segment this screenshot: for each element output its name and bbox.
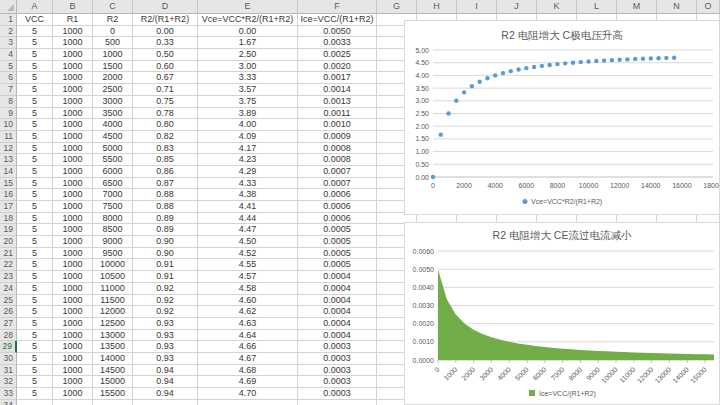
cell[interactable]: 1000 [93,49,133,61]
cell[interactable]: 1000 [53,213,93,225]
row-header-29[interactable]: 29 [0,341,17,353]
cell[interactable]: R2 [93,14,133,26]
cell[interactable]: 0.0004 [298,318,377,330]
cell[interactable]: 0.88 [133,189,198,201]
cell[interactable]: 11500 [93,295,133,307]
cell[interactable]: 12000 [93,306,133,318]
cell[interactable]: 1000 [53,295,93,307]
cell[interactable]: 4500 [93,131,133,143]
row-header-33[interactable]: 33 [0,388,17,400]
row-header-26[interactable]: 26 [0,306,17,318]
cell[interactable]: 0.88 [133,201,198,213]
cell[interactable]: Ice=VCC/(R1+R2) [298,14,377,26]
column-header-M[interactable]: M [617,0,657,14]
cell[interactable]: 3000 [93,96,133,108]
cell[interactable]: 0.60 [133,61,198,73]
cell[interactable]: 5000 [93,143,133,155]
cell[interactable]: 0.92 [133,283,198,295]
row-header-14[interactable]: 14 [0,166,17,178]
cell[interactable]: 0.0010 [298,119,377,131]
row-header-5[interactable]: 5 [0,61,17,73]
cell[interactable]: 0.67 [133,72,198,84]
cell[interactable]: 0.87 [133,178,198,190]
row-header-7[interactable]: 7 [0,84,17,96]
row-header-2[interactable]: 2 [0,26,17,38]
column-header-C[interactable]: C [93,0,133,14]
cell[interactable]: 15500 [93,388,133,400]
cell[interactable]: 1000 [53,96,93,108]
cell[interactable]: 13500 [93,341,133,353]
cell[interactable]: 1.67 [198,37,298,49]
cell[interactable]: 5 [17,213,53,225]
cell[interactable]: 6000 [93,166,133,178]
cell[interactable] [133,400,198,405]
row-header-21[interactable]: 21 [0,248,17,260]
cell[interactable]: 4.09 [198,131,298,143]
column-header-J[interactable]: J [497,0,537,14]
vce-scatter-chart[interactable]: 0.000.501.001.502.002.503.003.504.004.50… [404,20,720,215]
cell[interactable]: 5 [17,131,53,143]
row-header-19[interactable]: 19 [0,224,17,236]
cell[interactable]: 2500 [93,84,133,96]
cell[interactable]: 4.63 [198,318,298,330]
cell[interactable]: 1000 [53,178,93,190]
cell[interactable]: R1 [53,14,93,26]
cell[interactable]: 14500 [93,365,133,377]
cell[interactable]: 4.55 [198,259,298,271]
cell[interactable]: 5 [17,201,53,213]
row-header-9[interactable]: 9 [0,108,17,120]
cell[interactable]: 0.80 [133,119,198,131]
row-header-1[interactable]: 1 [0,14,17,26]
column-header-K[interactable]: K [537,0,577,14]
cell[interactable]: 7000 [93,189,133,201]
column-header-I[interactable]: I [457,0,497,14]
cell[interactable]: 1000 [53,306,93,318]
cell[interactable]: 4.66 [198,341,298,353]
cell[interactable]: 1000 [53,84,93,96]
cell[interactable]: 0.0007 [298,178,377,190]
cell[interactable]: 4.33 [198,178,298,190]
cell[interactable]: 2000 [93,72,133,84]
cell[interactable]: 0.00 [133,26,198,38]
cell[interactable]: 0.0011 [298,108,377,120]
cell[interactable]: 5 [17,119,53,131]
cell[interactable]: 0.0006 [298,201,377,213]
row-header-34[interactable]: 34 [0,400,17,405]
cell[interactable]: 4.41 [198,201,298,213]
cell[interactable]: 1000 [53,131,93,143]
cell[interactable]: 0.89 [133,213,198,225]
cell[interactable]: 5 [17,224,53,236]
cell[interactable]: 5 [17,166,53,178]
cell[interactable]: 5 [17,143,53,155]
cell[interactable]: 5 [17,96,53,108]
cell[interactable]: 0.0004 [298,295,377,307]
cell[interactable]: 5 [17,37,53,49]
cell[interactable]: 1000 [53,365,93,377]
cell[interactable]: 0.0033 [298,37,377,49]
cell[interactable]: 3.00 [198,61,298,73]
cell[interactable]: 4.68 [198,365,298,377]
cell[interactable]: 0.00 [198,26,298,38]
cell[interactable]: 1000 [53,259,93,271]
cell[interactable]: 1000 [53,189,93,201]
cell[interactable]: 5 [17,341,53,353]
cell[interactable]: 500 [93,37,133,49]
cell[interactable]: 0.0003 [298,376,377,388]
row-header-12[interactable]: 12 [0,143,17,155]
row-header-15[interactable]: 15 [0,178,17,190]
cell[interactable]: 1000 [53,201,93,213]
row-header-18[interactable]: 18 [0,213,17,225]
cell[interactable]: Vce=VCC*R2/(R1+R2) [198,14,298,26]
cell[interactable]: 1000 [53,224,93,236]
cell[interactable]: 0.0003 [298,388,377,400]
cell[interactable]: 4.17 [198,143,298,155]
cell[interactable]: 5 [17,283,53,295]
cell[interactable]: 5 [17,84,53,96]
cell[interactable]: 11000 [93,283,133,295]
cell[interactable]: 0.33 [133,37,198,49]
cell[interactable]: 4.58 [198,283,298,295]
cell[interactable]: 4.64 [198,330,298,342]
cell[interactable]: 4.60 [198,295,298,307]
row-header-3[interactable]: 3 [0,37,17,49]
cell[interactable]: 3.89 [198,108,298,120]
